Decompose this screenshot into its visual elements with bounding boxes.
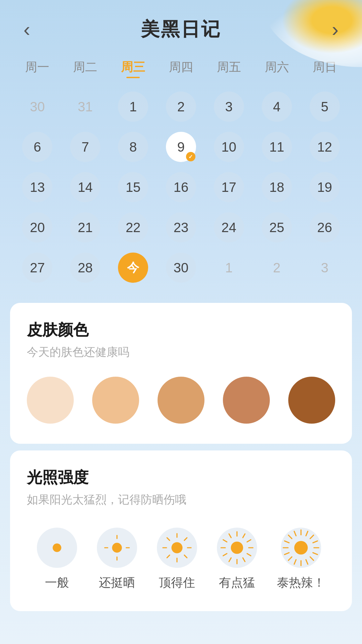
svg-point-0 — [53, 543, 61, 552]
date-cell[interactable]: 27 — [13, 249, 61, 286]
date-cell[interactable]: 14 — [61, 169, 109, 206]
date-cell[interactable]: 23 — [157, 209, 205, 246]
date-cell[interactable]: 3 — [205, 88, 253, 125]
svg-point-5 — [112, 543, 122, 552]
svg-line-19 — [229, 558, 231, 561]
svg-line-17 — [243, 558, 245, 561]
light-level-label: 还挺晒 — [99, 575, 135, 591]
header: ‹ 美黑日记 › — [0, 0, 362, 52]
light-level-label: 泰热辣！ — [277, 575, 325, 591]
light-intensity-card: 光照强度 如果阳光太猛烈，记得防晒伤哦 一般还挺晒顶得住有点猛泰热辣！ — [10, 450, 352, 611]
date-cell[interactable]: 11 — [253, 128, 301, 165]
date-cell[interactable]: 2 — [253, 249, 301, 286]
svg-line-33 — [294, 560, 296, 565]
skin-color-3[interactable] — [158, 377, 204, 424]
svg-line-9 — [167, 555, 170, 558]
svg-line-29 — [313, 553, 318, 555]
date-cell[interactable]: 24 — [205, 209, 253, 246]
weekday-wed: 周三 — [109, 56, 157, 82]
svg-line-39 — [294, 531, 296, 536]
svg-line-16 — [247, 553, 251, 555]
date-cell[interactable]: 7 — [61, 128, 109, 165]
svg-line-38 — [289, 535, 292, 538]
calendar: 周一 周二 周三 周四 周五 周六 周日 3031123456789101112… — [0, 52, 362, 296]
date-cell[interactable]: 1 — [205, 249, 253, 286]
light-level-label: 顶得住 — [159, 575, 195, 591]
skin-card-title: 皮肤颜色 — [27, 320, 335, 340]
light-level-1[interactable]: 一般 — [37, 528, 77, 591]
date-cell[interactable]: 31 — [61, 88, 109, 125]
skin-card-subtitle: 今天的肤色还健康吗 — [27, 344, 335, 360]
svg-line-7 — [184, 555, 187, 558]
weekday-fri: 周五 — [205, 56, 253, 82]
svg-line-25 — [243, 534, 245, 538]
date-cell[interactable]: 22 — [109, 209, 157, 246]
skin-color-card: 皮肤颜色 今天的肤色还健康吗 — [10, 303, 352, 444]
svg-line-43 — [313, 541, 318, 543]
skin-color-1[interactable] — [27, 377, 74, 424]
svg-line-11 — [167, 538, 170, 540]
skin-color-4[interactable] — [223, 377, 270, 424]
skin-color-5[interactable] — [288, 377, 335, 424]
date-cell[interactable]: 10 — [205, 128, 253, 165]
light-level-2[interactable]: 还挺晒 — [97, 528, 137, 591]
weekday-row: 周一 周二 周三 周四 周五 周六 周日 — [13, 56, 349, 82]
date-cell[interactable]: 26 — [301, 209, 349, 246]
svg-point-44 — [294, 541, 308, 554]
weekday-thu: 周四 — [157, 56, 205, 82]
date-cell[interactable]: 28 — [61, 249, 109, 286]
date-cell[interactable]: 6 — [13, 128, 61, 165]
svg-line-13 — [184, 538, 187, 540]
light-level-5[interactable]: 泰热辣！ — [277, 528, 325, 591]
svg-line-34 — [289, 557, 292, 560]
page-title: 美黑日记 — [141, 17, 221, 42]
date-cell[interactable]: 16 — [157, 169, 205, 206]
svg-line-23 — [229, 534, 231, 538]
next-month-button[interactable]: › — [328, 19, 342, 40]
date-cell[interactable]: 15 — [109, 169, 157, 206]
date-cell[interactable]: 2 — [157, 88, 205, 125]
svg-line-30 — [310, 557, 314, 560]
date-cell[interactable]: 13 — [13, 169, 61, 206]
skin-colors-row — [27, 377, 335, 424]
svg-point-14 — [171, 542, 182, 553]
svg-line-31 — [306, 560, 308, 565]
dates-grid: 3031123456789101112131415161718192021222… — [13, 88, 349, 286]
weekday-mon: 周一 — [13, 56, 61, 82]
date-cell[interactable]: 30 — [13, 88, 61, 125]
date-cell[interactable]: 19 — [301, 169, 349, 206]
prev-month-button[interactable]: ‹ — [20, 19, 34, 40]
weekday-tue: 周二 — [61, 56, 109, 82]
light-level-label: 一般 — [45, 575, 69, 591]
svg-line-20 — [223, 553, 227, 555]
svg-line-26 — [247, 540, 251, 542]
date-cell[interactable]: 1 — [109, 88, 157, 125]
svg-point-27 — [231, 542, 243, 554]
date-cell[interactable]: 9 — [157, 128, 205, 165]
date-cell[interactable]: 20 — [13, 209, 61, 246]
svg-line-37 — [285, 541, 289, 543]
svg-line-35 — [285, 553, 289, 555]
date-cell[interactable]: 25 — [253, 209, 301, 246]
weekday-sat: 周六 — [253, 56, 301, 82]
light-card-subtitle: 如果阳光太猛烈，记得防晒伤哦 — [27, 492, 335, 507]
date-cell[interactable]: 4 — [253, 88, 301, 125]
date-cell[interactable]: 18 — [253, 169, 301, 206]
light-card-title: 光照强度 — [27, 467, 335, 488]
date-cell[interactable]: 17 — [205, 169, 253, 206]
light-intensity-row: 一般还挺晒顶得住有点猛泰热辣！ — [27, 524, 335, 591]
date-cell[interactable]: 今 — [109, 249, 157, 286]
date-cell[interactable]: 12 — [301, 128, 349, 165]
date-cell[interactable]: 3 — [301, 249, 349, 286]
date-cell[interactable]: 21 — [61, 209, 109, 246]
light-level-3[interactable]: 顶得住 — [157, 528, 197, 591]
skin-color-2[interactable] — [92, 377, 139, 424]
date-cell[interactable]: 5 — [301, 88, 349, 125]
svg-line-41 — [306, 531, 308, 536]
svg-line-22 — [223, 540, 227, 542]
light-level-4[interactable]: 有点猛 — [217, 528, 257, 591]
date-cell[interactable]: 8 — [109, 128, 157, 165]
date-cell[interactable]: 30 — [157, 249, 205, 286]
light-level-label: 有点猛 — [219, 575, 255, 591]
svg-line-42 — [310, 535, 314, 538]
